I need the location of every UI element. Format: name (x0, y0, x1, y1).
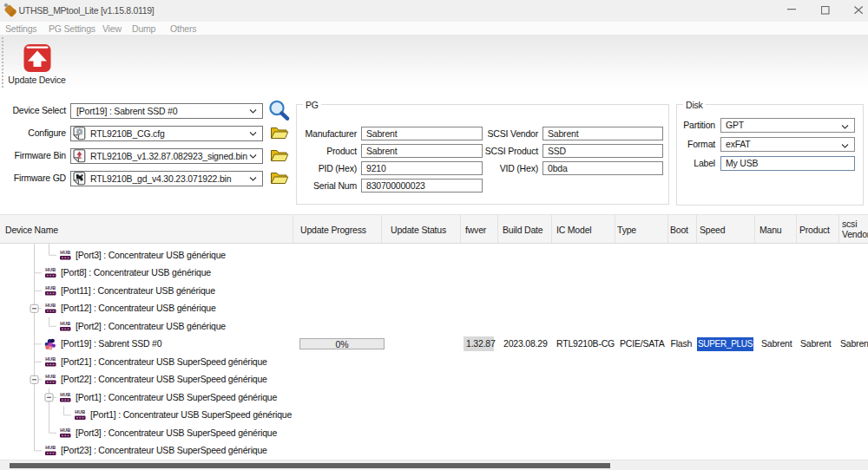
svg-text:HUB: HUB (45, 356, 56, 362)
svg-text:HUB: HUB (45, 303, 56, 308)
svg-text:HUB: HUB (60, 392, 70, 397)
svg-text:HUB: HUB (75, 409, 85, 415)
svg-text:HUB: HUB (45, 445, 56, 450)
svg-text:HUB: HUB (45, 285, 56, 290)
svg-text:HUB: HUB (45, 374, 56, 379)
svg-text:HUB: HUB (60, 428, 70, 433)
svg-text:HUB: HUB (60, 321, 70, 326)
svg-text:HUB: HUB (60, 250, 70, 255)
svg-text:HUB: HUB (45, 267, 56, 272)
